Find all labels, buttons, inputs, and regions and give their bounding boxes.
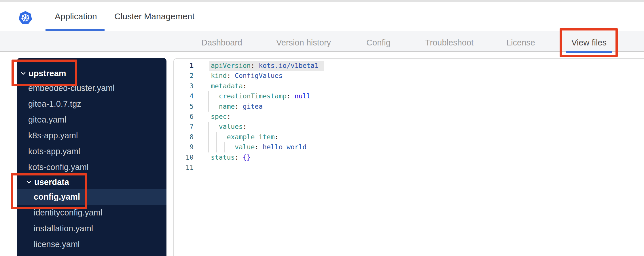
tab-cluster-management[interactable]: Cluster Management xyxy=(114,2,194,31)
code-line: 6spec: xyxy=(174,112,644,122)
line-number: 11 xyxy=(174,163,194,173)
file-tree-item-license.yaml[interactable]: license.yaml xyxy=(17,236,166,252)
code-line-content[interactable]: value: hello world xyxy=(194,142,644,152)
line-number: 5 xyxy=(174,102,194,112)
tab-version-history[interactable]: Version history xyxy=(276,31,331,51)
chevron-down-icon xyxy=(21,72,26,75)
indent-guide xyxy=(208,142,209,152)
line-number: 10 xyxy=(174,152,194,163)
code-line: 4 creationTimestamp: null xyxy=(174,91,644,101)
file-tree-item-userdata[interactable]: userdata xyxy=(17,175,166,189)
line-number: 9 xyxy=(174,142,194,152)
file-tree-item-config.yaml[interactable]: config.yaml xyxy=(17,189,166,205)
kots-admin-console: Application Cluster Management Dashboard… xyxy=(0,0,644,256)
code-line: 1apiVersion: kots.io/v1beta1 xyxy=(174,61,644,71)
line-number: 7 xyxy=(174,122,194,132)
code-tokens: values: xyxy=(211,123,247,130)
code-tokens: status: {} xyxy=(211,154,251,161)
app-subnav: Dashboard Version history Config Trouble… xyxy=(0,31,644,52)
code-line-content[interactable]: kind: ConfigValues xyxy=(194,71,644,81)
indent-guide xyxy=(208,122,209,132)
code-line: 8 example_item: xyxy=(174,132,644,142)
active-tab-underline xyxy=(46,29,105,31)
line-number: 6 xyxy=(174,112,194,122)
tab-config[interactable]: Config xyxy=(366,31,391,51)
file-tree-label: userdata xyxy=(34,177,69,187)
line-number: 3 xyxy=(174,81,194,91)
file-tree-label: identityconfig.yaml xyxy=(34,208,103,217)
file-tree-label: config.yaml xyxy=(34,192,80,202)
file-tree-item-kots-config.yaml[interactable]: kots-config.yaml xyxy=(17,159,166,175)
file-tree-item-kots-app.yaml[interactable]: kots-app.yaml xyxy=(17,144,166,159)
code-line: 7 values: xyxy=(174,122,644,132)
code-line-content[interactable]: example_item: xyxy=(194,132,644,142)
code-tokens: example_item: xyxy=(211,133,279,141)
code-tokens: creationTimestamp: null xyxy=(211,92,310,100)
line-number: 1 xyxy=(174,61,194,71)
tab-view-files[interactable]: View files xyxy=(571,31,607,51)
indent-guide xyxy=(208,102,209,112)
code-line-content[interactable]: spec: xyxy=(194,112,644,122)
code-line-content[interactable] xyxy=(194,163,644,173)
line-number: 4 xyxy=(174,91,194,101)
file-tree-label: gitea-1.0.7.tgz xyxy=(28,99,81,109)
code-line-content[interactable]: apiVersion: kots.io/v1beta1 xyxy=(194,61,644,71)
code-tokens: name: gitea xyxy=(211,103,263,110)
line-number: 2 xyxy=(174,71,194,81)
code-tokens: spec: xyxy=(211,113,231,120)
file-tree-item-identityconfig.yaml[interactable]: identityconfig.yaml xyxy=(17,205,166,221)
file-tree-label: license.yaml xyxy=(34,240,80,249)
file-tree-label: kots-app.yaml xyxy=(28,147,80,156)
file-tree-item-embedded-cluster.yaml[interactable]: embedded-cluster.yaml xyxy=(17,80,166,96)
file-tree-label: embedded-cluster.yaml xyxy=(28,83,115,93)
file-tree-item-installation.yaml[interactable]: installation.yaml xyxy=(17,221,166,236)
header: Application Cluster Management xyxy=(0,2,644,31)
active-subnav-underline xyxy=(566,51,612,53)
kubernetes-logo-icon xyxy=(18,10,33,25)
code-tokens: value: hello world xyxy=(211,143,306,151)
file-tree-label: kots-config.yaml xyxy=(28,163,89,172)
tab-troubleshoot[interactable]: Troubleshoot xyxy=(425,31,473,51)
file-tree-sidebar: upstreamembedded-cluster.yamlgitea-1.0.7… xyxy=(17,58,166,256)
file-tree-item-gitea.yaml[interactable]: gitea.yaml xyxy=(17,112,166,128)
code-line-content[interactable]: values: xyxy=(194,122,644,132)
code-line: 10status: {} xyxy=(174,152,644,163)
code-line: 9 value: hello world xyxy=(174,142,644,152)
indent-guide xyxy=(208,132,209,142)
file-tree-label: gitea.yaml xyxy=(28,115,66,125)
code-line-content[interactable]: status: {} xyxy=(194,152,644,163)
code-line: 2kind: ConfigValues xyxy=(174,71,644,81)
code-tokens: kind: ConfigValues xyxy=(211,72,283,79)
code-line: 11 xyxy=(174,163,644,173)
file-tree-label: k8s-app.yaml xyxy=(28,131,78,140)
tab-application[interactable]: Application xyxy=(55,2,97,31)
tab-license[interactable]: License xyxy=(506,31,535,51)
code-tokens: metadata: xyxy=(211,82,247,90)
chevron-down-icon xyxy=(26,181,31,184)
file-tree-label: installation.yaml xyxy=(34,224,93,233)
line-number: 8 xyxy=(174,132,194,142)
code-line: 5 name: gitea xyxy=(174,102,644,112)
code-tokens: apiVersion: kots.io/v1beta1 xyxy=(211,62,319,69)
code-line: 3metadata: xyxy=(174,81,644,91)
yaml-code-editor[interactable]: 1apiVersion: kots.io/v1beta12kind: Confi… xyxy=(173,58,644,256)
code-line-content[interactable]: metadata: xyxy=(194,81,644,91)
indent-guide xyxy=(208,91,209,101)
file-tree-item-k8s-app.yaml[interactable]: k8s-app.yaml xyxy=(17,128,166,144)
file-tree-item-upstream[interactable]: upstream xyxy=(17,66,166,80)
file-tree-label: upstream xyxy=(29,69,66,78)
code-line-content[interactable]: name: gitea xyxy=(194,102,644,112)
code-line-content[interactable]: creationTimestamp: null xyxy=(194,91,644,101)
file-tree-item-gitea-1.0.7.tgz[interactable]: gitea-1.0.7.tgz xyxy=(17,96,166,112)
tab-dashboard[interactable]: Dashboard xyxy=(201,31,242,51)
